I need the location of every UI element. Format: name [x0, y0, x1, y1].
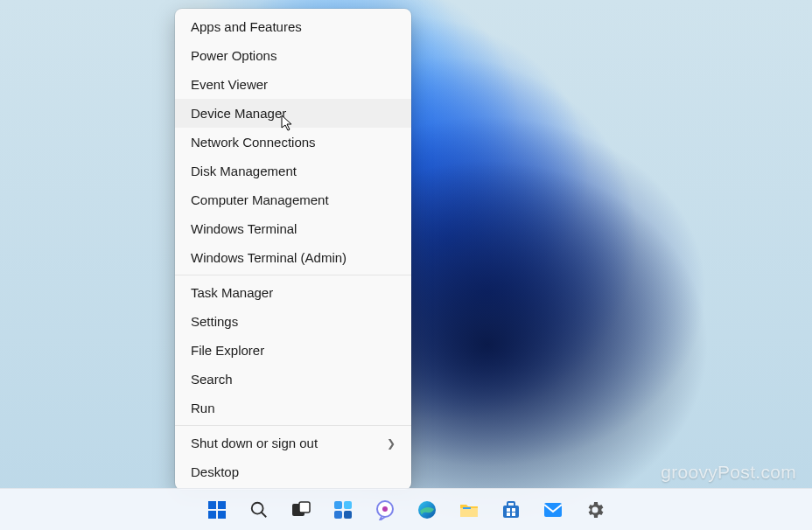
menu-item-label: Event Viewer [191, 77, 268, 92]
taskbar [0, 488, 812, 530]
menu-item-label: Run [191, 401, 215, 415]
menu-separator [175, 425, 411, 426]
chat-icon [374, 499, 396, 520]
svg-rect-7 [299, 502, 310, 513]
menu-item-search[interactable]: Search [175, 365, 411, 394]
svg-rect-10 [334, 511, 342, 519]
svg-rect-11 [344, 511, 352, 519]
search-icon [249, 500, 269, 520]
chevron-right-icon: ❯ [387, 437, 396, 450]
mail-icon [542, 501, 564, 519]
file-explorer-icon [458, 500, 480, 520]
svg-line-5 [262, 512, 267, 517]
menu-item-windows-terminal-admin-[interactable]: Windows Terminal (Admin) [175, 243, 411, 272]
menu-item-label: Settings [191, 314, 238, 329]
menu-item-disk-management[interactable]: Disk Management [175, 157, 411, 185]
menu-item-label: Computer Management [191, 192, 329, 207]
svg-rect-22 [512, 513, 515, 516]
microsoft-store-button[interactable] [494, 492, 528, 527]
menu-item-label: Windows Terminal (Admin) [191, 250, 346, 265]
menu-item-file-explorer[interactable]: File Explorer [175, 336, 411, 365]
menu-item-label: Power Options [191, 48, 276, 63]
menu-item-label: Shut down or sign out [191, 436, 318, 450]
edge-button[interactable] [410, 492, 444, 527]
start-icon [206, 499, 228, 520]
svg-rect-19 [507, 508, 510, 512]
watermark-text: groovyPost.com [661, 462, 796, 483]
menu-item-label: Windows Terminal [191, 221, 297, 236]
menu-item-event-viewer[interactable]: Event Viewer [175, 70, 411, 99]
menu-item-label: Apps and Features [191, 19, 302, 34]
menu-item-apps-and-features[interactable]: Apps and Features [175, 12, 411, 41]
svg-rect-16 [463, 507, 471, 509]
menu-item-shut-down-or-sign-out[interactable]: Shut down or sign out❯ [175, 429, 411, 457]
winx-power-user-menu: Apps and FeaturesPower OptionsEvent View… [175, 9, 411, 490]
svg-rect-17 [503, 506, 519, 518]
menu-item-label: Device Manager [191, 106, 286, 121]
menu-item-label: File Explorer [191, 343, 264, 358]
menu-item-computer-management[interactable]: Computer Management [175, 185, 411, 214]
chat-button[interactable] [368, 492, 402, 527]
menu-separator [175, 275, 411, 275]
mouse-cursor-icon [281, 115, 295, 132]
menu-item-run[interactable]: Run [175, 394, 411, 422]
svg-rect-9 [344, 501, 352, 509]
svg-rect-1 [218, 501, 226, 509]
edge-icon [416, 499, 438, 520]
file-explorer-button[interactable] [452, 492, 486, 527]
microsoft-store-icon [500, 499, 522, 520]
menu-item-settings[interactable]: Settings [175, 307, 411, 336]
menu-item-desktop[interactable]: Desktop [175, 457, 411, 486]
menu-item-label: Desktop [191, 464, 239, 479]
widgets-icon [332, 499, 354, 520]
svg-rect-3 [218, 511, 226, 519]
task-view-icon [291, 500, 311, 520]
task-view-button[interactable] [284, 492, 318, 527]
menu-item-label: Search [191, 372, 233, 387]
svg-point-4 [252, 502, 263, 513]
menu-item-label: Disk Management [191, 164, 297, 178]
svg-rect-2 [208, 511, 216, 519]
svg-rect-15 [460, 508, 478, 517]
settings-button[interactable] [578, 492, 612, 527]
menu-item-power-options[interactable]: Power Options [175, 41, 411, 70]
menu-item-label: Network Connections [191, 135, 316, 150]
settings-icon [584, 499, 606, 520]
menu-item-task-manager[interactable]: Task Manager [175, 278, 411, 307]
svg-rect-20 [512, 508, 515, 512]
start-button[interactable] [200, 492, 234, 527]
mail-button[interactable] [536, 492, 570, 527]
search-button[interactable] [242, 492, 276, 527]
svg-rect-8 [334, 501, 342, 509]
svg-rect-0 [208, 501, 216, 509]
widgets-button[interactable] [326, 492, 360, 527]
svg-rect-21 [507, 513, 510, 516]
menu-item-windows-terminal[interactable]: Windows Terminal [175, 214, 411, 243]
menu-item-label: Task Manager [191, 285, 273, 300]
svg-point-13 [382, 506, 388, 512]
svg-rect-23 [544, 503, 562, 517]
svg-rect-18 [508, 502, 514, 506]
